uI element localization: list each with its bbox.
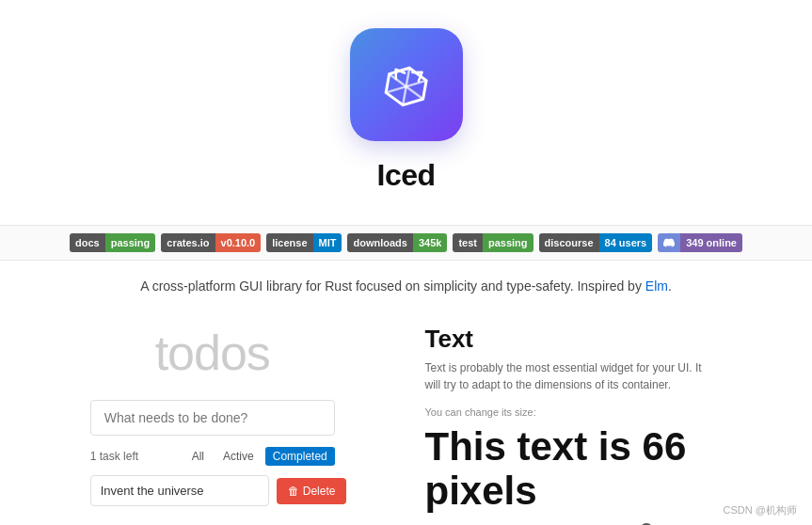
trash-icon: 🗑 xyxy=(288,485,299,498)
app-icon xyxy=(350,28,463,141)
todo-item-row: 🗑 Delete xyxy=(90,475,335,506)
filter-buttons: All Active Completed xyxy=(184,447,335,466)
badge-discord[interactable]: 349 online xyxy=(658,233,742,252)
widget-description: Text is probably the most essential widg… xyxy=(425,359,708,393)
todos-section: todos 1 task left All Active Completed 🗑… xyxy=(38,315,388,525)
badge-downloads[interactable]: downloads 345k xyxy=(347,233,447,252)
filter-completed[interactable]: Completed xyxy=(265,447,335,466)
badge-crates[interactable]: crates.io v0.10.0 xyxy=(161,233,261,252)
text-section: Text Text is probably the most essential… xyxy=(425,315,775,525)
todos-title: todos xyxy=(155,325,270,381)
header: Iced xyxy=(0,0,812,225)
delete-button[interactable]: 🗑 Delete xyxy=(277,478,347,504)
badge-test[interactable]: test passing xyxy=(453,233,533,252)
badge-docs[interactable]: docs passing xyxy=(70,233,155,252)
filter-all[interactable]: All xyxy=(184,447,212,466)
todo-filters: 1 task left All Active Completed xyxy=(90,447,335,466)
badge-discourse[interactable]: discourse 84 users xyxy=(539,233,653,252)
badge-license[interactable]: license MIT xyxy=(266,233,342,252)
delete-label: Delete xyxy=(303,485,336,498)
badges-row: docs passing crates.io v0.10.0 license M… xyxy=(0,225,812,261)
app-title: Iced xyxy=(376,158,435,193)
todo-input[interactable] xyxy=(90,400,335,436)
widget-sub-label: You can change its size: xyxy=(425,406,775,418)
todo-item-input[interactable] xyxy=(90,475,269,506)
tasks-left: 1 task left xyxy=(90,450,184,463)
main-content: todos 1 task left All Active Completed 🗑… xyxy=(0,315,812,525)
description-text: A cross-platform GUI library for Rust fo… xyxy=(140,278,645,294)
elm-link[interactable]: Elm xyxy=(645,278,668,294)
watermark: CSDN @机构师 xyxy=(724,503,797,517)
big-text-display: This text is 66 pixels xyxy=(425,425,775,512)
filter-active[interactable]: Active xyxy=(215,447,262,466)
description: A cross-platform GUI library for Rust fo… xyxy=(0,261,812,315)
widget-title: Text xyxy=(425,325,775,354)
